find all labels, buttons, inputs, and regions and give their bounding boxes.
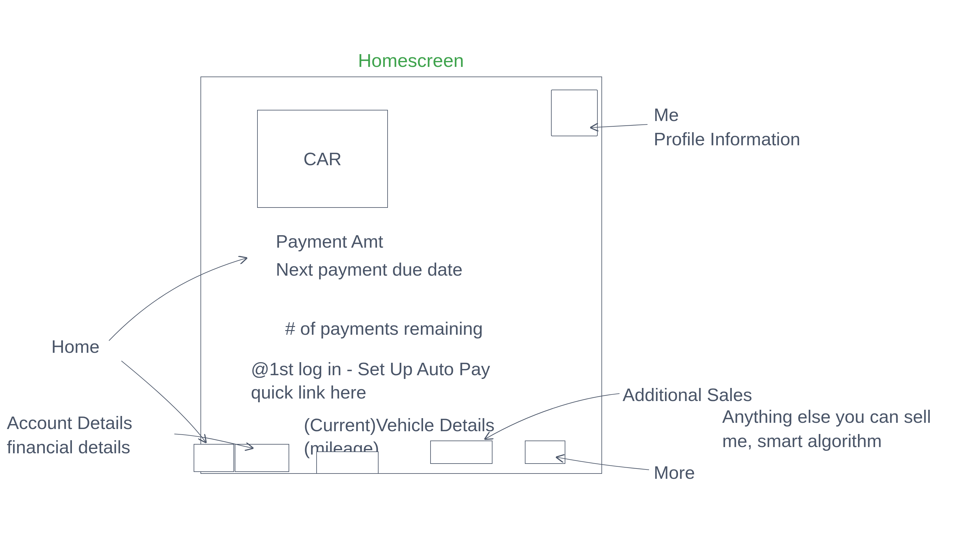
annotation-additional-sales: Additional Sales [623, 383, 752, 407]
nav-vehicle-box[interactable] [316, 452, 379, 473]
next-payment-due-label: Next payment due date [276, 258, 462, 281]
nav-additional-sales-box[interactable] [430, 440, 493, 464]
annotation-me: Me Profile Information [654, 103, 800, 152]
autopay-quicklink-label[interactable]: @1st log in - Set Up Auto Pay quick link… [251, 357, 506, 404]
nav-home-box[interactable] [194, 444, 234, 472]
payment-amount-label: Payment Amt [276, 230, 383, 253]
nav-more-box[interactable] [525, 440, 565, 464]
car-image-placeholder: CAR [257, 110, 388, 208]
annotation-account-details: Account Details financial details [7, 411, 132, 460]
annotation-home: Home [51, 335, 100, 359]
payments-remaining-label: # of payments remaining [285, 317, 483, 340]
car-label: CAR [304, 148, 342, 169]
wireframe-title: Homescreen [358, 50, 464, 71]
profile-box[interactable] [551, 90, 598, 136]
annotation-more: More [654, 460, 695, 485]
nav-account-box[interactable] [235, 444, 289, 472]
homescreen-frame: CAR Payment Amt Next payment due date # … [200, 77, 602, 474]
annotation-additional-sales-sub: Anything else you can sell me, smart alg… [722, 405, 931, 453]
